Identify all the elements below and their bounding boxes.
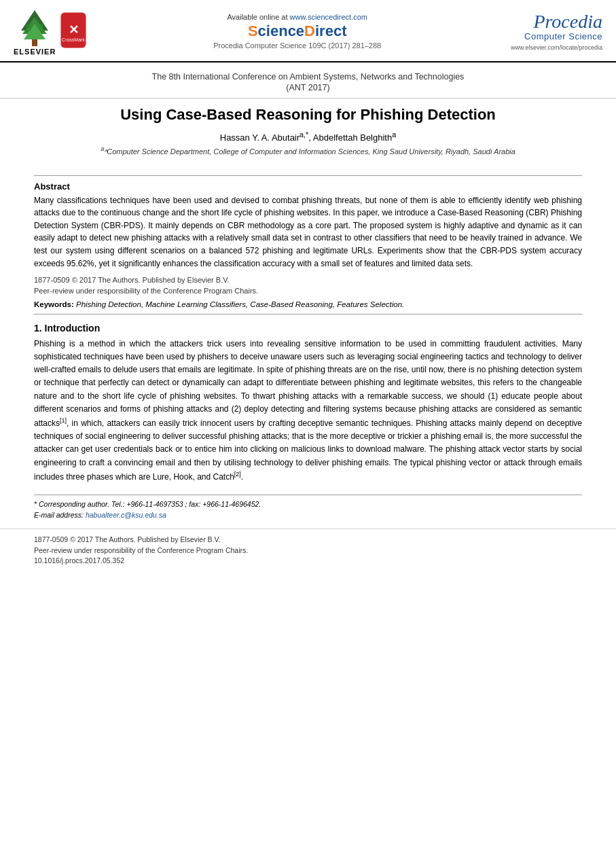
elsevier-label: ELSEVIER <box>14 48 56 56</box>
svg-point-7 <box>41 30 44 33</box>
page: ELSEVIER ✕ CrossMark Available online at… <box>0 0 616 841</box>
license-text: 1877-0509 © 2017 The Authors. Published … <box>34 275 582 296</box>
affiliation: aᵃComputer Science Department, College o… <box>34 145 582 156</box>
available-online-label: Available online at <box>227 13 287 21</box>
footer-doi: 10.1016/j.procs.2017.05.352 <box>34 556 582 565</box>
sciencedirect-brand: ScienceDirect <box>101 22 494 40</box>
paper-title: Using Case-Based Reasoning for Phishing … <box>34 105 582 125</box>
divider-top <box>34 175 582 176</box>
svg-text:CrossMark: CrossMark <box>62 37 85 42</box>
keywords-label: Keywords: <box>34 300 74 308</box>
elsevier-tree-icon <box>14 7 55 48</box>
paper-title-section: Using Case-Based Reasoning for Phishing … <box>0 99 616 164</box>
header: ELSEVIER ✕ CrossMark Available online at… <box>0 0 616 62</box>
svg-point-6 <box>25 30 28 33</box>
crossmark-logo: ✕ CrossMark <box>60 12 87 52</box>
section1-body: Phishing is a method in which the attack… <box>34 338 582 484</box>
elsevier-logo: ELSEVIER <box>14 7 56 56</box>
header-center: Available online at www.sciencedirect.co… <box>87 13 507 50</box>
footer-line1: 1877-0509 © 2017 The Authors. Published … <box>34 535 582 545</box>
logos-area: ELSEVIER ✕ CrossMark <box>14 7 87 56</box>
footnote-area: * Corresponding author. Tel.: +966-11-46… <box>34 495 582 521</box>
header-right: Procedia Computer Science www.elsevier.c… <box>507 12 602 51</box>
email-label: E-mail address: <box>34 511 84 519</box>
license-line2: Peer-review under responsibility of the … <box>34 287 258 295</box>
keywords-text: Phishing Detection, Machine Learning Cla… <box>76 300 404 308</box>
page-footer: 1877-0509 © 2017 The Authors. Published … <box>0 529 616 570</box>
footnote-email: E-mail address: habualteer.c@ksu.edu.sa <box>34 510 582 521</box>
procedia-url: www.elsevier.com/locate/procedia <box>511 44 602 51</box>
conference-title-line1: The 8th International Conference on Ambi… <box>34 72 582 82</box>
crossmark-icon: ✕ CrossMark <box>60 12 87 49</box>
main-content: Abstract Many classifications techniques… <box>0 164 616 521</box>
ref1: [1] <box>60 417 67 424</box>
footer-line2: Peer-review under responsibility of the … <box>34 545 582 556</box>
available-online-text: Available online at www.sciencedirect.co… <box>101 13 494 21</box>
ref2: [2] <box>234 471 241 478</box>
svg-point-4 <box>26 24 30 28</box>
keywords-section: Keywords: Phishing Detection, Machine Le… <box>34 300 582 308</box>
abstract-text: Many classifications techniques have bee… <box>34 194 582 270</box>
procedia-brand: Procedia Computer Science <box>524 12 602 41</box>
section1-heading: 1. Introduction <box>34 323 582 334</box>
affiliation-text: ᵃComputer Science Department, College of… <box>104 147 515 156</box>
procedia-title: Procedia <box>524 12 602 31</box>
section1-text1: Phishing is a method in which the attack… <box>34 339 582 428</box>
svg-point-5 <box>40 24 43 28</box>
conference-section: The 8th International Conference on Ambi… <box>0 62 616 99</box>
abstract-section: Abstract Many classifications techniques… <box>34 181 582 308</box>
svg-text:✕: ✕ <box>69 22 79 36</box>
divider-mid <box>34 314 582 315</box>
conference-title-line2: (ANT 2017) <box>34 83 582 92</box>
abstract-heading: Abstract <box>34 181 582 192</box>
sciencedirect-url[interactable]: www.sciencedirect.com <box>290 13 367 21</box>
svg-rect-0 <box>32 39 37 46</box>
procedia-cs: Computer Science <box>524 31 602 41</box>
procedia-subtitle: Procedia Computer Science 109C (2017) 28… <box>101 41 494 50</box>
section1-text3: . <box>241 472 243 482</box>
license-line1: 1877-0509 © 2017 The Authors. Published … <box>34 276 230 284</box>
authors: Hassan Y. A. Abutaira,*, Abdelfettah Bel… <box>34 130 582 143</box>
footnote-corresponding: * Corresponding author. Tel.: +966-11-46… <box>34 499 582 510</box>
email-link[interactable]: habualteer.c@ksu.edu.sa <box>86 511 166 519</box>
section1-text2: , in which, attackers can easily trick i… <box>34 418 582 482</box>
